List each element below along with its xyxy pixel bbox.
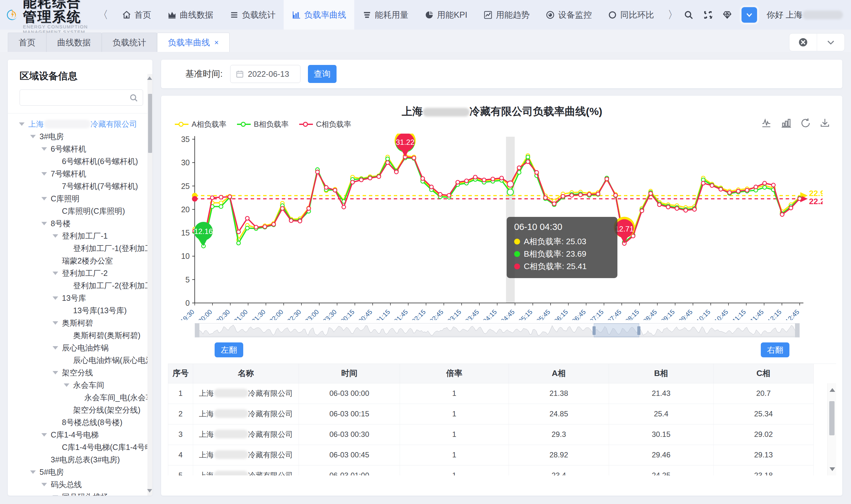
tree-node-16[interactable]: 13号库(13号库) [15,304,146,317]
tree-node-8[interactable]: C库照明(C库照明) [15,205,146,217]
tree-node-17[interactable]: 奥斯柯碧 [15,317,146,329]
caret-down-icon[interactable] [30,470,36,474]
caret-down-icon[interactable] [41,197,47,200]
navigator-left-cap[interactable] [195,323,199,337]
base-time-input[interactable]: 2022-06-13 [230,65,300,83]
navigator-right-cap[interactable] [795,323,799,337]
tree-node-1[interactable]: 上海冷藏有限公司 [15,118,146,130]
navigator-handle-right[interactable] [637,326,640,335]
tree-node-19[interactable]: 辰心电油炸锅 [15,341,146,354]
tree-node-9[interactable]: 8号楼 [15,217,146,230]
tree-node-23[interactable]: 永会车间_电(永会车 [15,391,146,403]
tree-node-24[interactable]: 架空分线(架空分线) [15,403,146,416]
table-scrollbar[interactable] [827,383,836,475]
tree-node-2[interactable]: 3#电房 [15,130,146,143]
caret-down-icon[interactable] [19,122,24,126]
tree-node-31[interactable]: 同月码头堆场 [15,491,146,496]
caret-down-icon[interactable] [64,383,69,387]
navigator-handle-left[interactable] [592,326,596,335]
table-row-5[interactable]: 5上海冷藏有限公司06-03 01:00123.424.2523.18 [168,465,814,475]
tab-1[interactable]: 首页 [8,33,46,52]
caret-down-icon[interactable] [53,495,58,496]
nav-item-5[interactable]: 能耗用量 [354,0,416,30]
nav-item-6[interactable]: 用能KPI [416,0,475,30]
scrollbar-thumb[interactable] [148,94,152,153]
scrollbar-thumb[interactable] [829,401,834,435]
page-left-button[interactable]: 左翻 [214,342,243,357]
tree-node-21[interactable]: 架空分线 [15,366,146,379]
nav-item-3[interactable]: 负载统计 [222,0,284,30]
page-right-button[interactable]: 右翻 [761,342,789,357]
tree-node-22[interactable]: 永会车间 [15,379,146,391]
scroll-down-icon[interactable] [147,489,152,492]
sidebar-scrollbar[interactable] [147,74,152,496]
tree-node-7[interactable]: C库照明 [15,192,146,205]
scroll-up-icon[interactable] [147,76,152,80]
legend-item-2[interactable]: B相负载率 [237,119,289,129]
caret-down-icon[interactable] [53,296,58,300]
diamond-icon[interactable] [722,10,732,20]
tree-node-29[interactable]: 5#电房 [15,466,146,478]
legend-item-3[interactable]: C相负载率 [299,119,351,129]
nav-item-4[interactable]: 负载率曲线 [284,0,354,30]
query-button[interactable]: 查询 [308,65,336,83]
tree-node-5[interactable]: 7号螺杆机 [15,167,146,180]
tree-node-30[interactable]: 码头总线 [15,478,146,491]
tree-node-27[interactable]: C库1-4号电梯(C库1-4号电 [15,441,146,453]
close-all-tabs-button[interactable] [789,34,817,51]
tree-node-15[interactable]: 13号库 [15,292,146,304]
caret-down-icon[interactable] [53,371,58,374]
tab-3[interactable]: 负载统计 [102,33,157,52]
nav-item-7[interactable]: 用能趋势 [475,0,537,30]
nav-scroll-left-icon[interactable]: 〈 [92,0,114,30]
load-rate-chart[interactable]: 0510152025303506-09 19:3006-09 20:0006-0… [168,133,823,320]
tree-node-3[interactable]: 6号螺杆机 [15,143,146,155]
caret-down-icon[interactable] [53,321,58,325]
caret-down-icon[interactable] [53,234,58,238]
caret-down-icon[interactable] [41,147,47,151]
caret-down-icon[interactable] [41,433,47,436]
table-row-1[interactable]: 1上海冷藏有限公司06-03 00:00121.3821.4320.7 [168,383,814,403]
refresh-icon[interactable] [800,118,811,129]
tree-node-11[interactable]: 登利加工厂-1(登利加工 [15,242,146,254]
table-row-3[interactable]: 3上海冷藏有限公司06-03 00:30129.330.1529.02 [168,424,814,445]
navigator-window[interactable] [594,323,639,337]
tree-node-6[interactable]: 7号螺杆机(7号螺杆机) [15,180,146,192]
tree-node-4[interactable]: 6号螺杆机(6号螺杆机) [15,155,146,167]
tree-node-28[interactable]: 3#电房总表(3#电房) [15,453,146,466]
user-menu-button[interactable] [742,7,757,23]
tree-node-18[interactable]: 奥斯柯碧(奥斯柯碧) [15,329,146,341]
tab-close-icon[interactable]: × [214,38,219,47]
tree-node-10[interactable]: 登利加工厂-1 [15,230,146,242]
scroll-up-icon[interactable] [830,388,835,392]
tree-node-12[interactable]: 瑞蒙2楼办公室 [15,254,146,267]
tree-node-13[interactable]: 登利加工厂-2 [15,267,146,280]
caret-down-icon[interactable] [53,346,58,349]
datazoom-navigator[interactable] [195,323,800,338]
chart-area[interactable]: 0510152025303506-09 19:3006-09 20:0006-0… [168,133,836,321]
nav-item-8[interactable]: 设备监控 [537,0,600,30]
tree-node-20[interactable]: 辰心电油炸锅(辰心电泊 [15,354,146,366]
fullscreen-icon[interactable] [703,10,713,20]
download-icon[interactable] [819,118,831,129]
caret-down-icon[interactable] [41,483,47,486]
caret-down-icon[interactable] [53,272,58,275]
tree-node-14[interactable]: 登利加工厂-2(登利加工 [15,280,146,292]
line-chart-tool-icon[interactable] [761,118,772,129]
caret-down-icon[interactable] [41,222,47,225]
scroll-down-icon[interactable] [830,467,835,471]
caret-down-icon[interactable] [41,172,47,176]
nav-item-2[interactable]: 曲线数据 [159,0,222,30]
tree-search-input[interactable] [20,90,143,105]
legend-item-1[interactable]: A相负载率 [175,119,226,129]
table-row-4[interactable]: 4上海冷藏有限公司06-03 00:45128.9229.4629.13 [168,445,814,465]
search-icon[interactable] [684,10,694,20]
tab-2[interactable]: 曲线数据 [46,33,102,52]
tab-4[interactable]: 负载率曲线× [157,33,229,52]
caret-down-icon[interactable] [30,135,36,138]
table-row-2[interactable]: 2上海冷藏有限公司06-03 00:15124.8525.425.34 [168,403,814,424]
nav-item-9[interactable]: 同比环比 [600,0,662,30]
nav-scroll-right-icon[interactable]: 〉 [662,0,684,30]
tree-node-26[interactable]: C库1-4号电梯 [15,429,146,441]
tree-node-25[interactable]: 8号楼总线(8号楼) [15,416,146,429]
